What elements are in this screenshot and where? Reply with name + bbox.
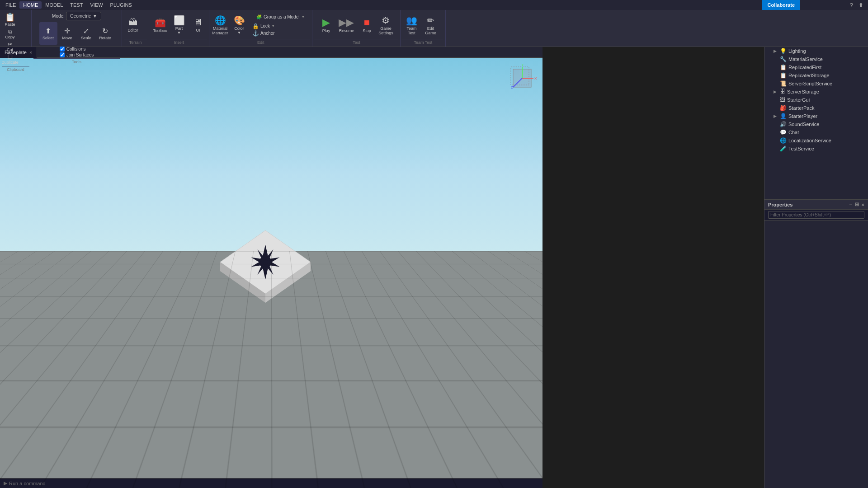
terrain-label: Terrain <box>124 39 147 45</box>
starterplayer-arrow: ▶ <box>774 114 778 118</box>
starterplayer-label: StarterPlayer <box>788 113 817 119</box>
toolbar: 📋 Paste ⧉ Copy ✂ Cut ❑ Duplicate <box>0 10 868 47</box>
copy-button[interactable]: ⧉ Copy <box>2 28 18 40</box>
tools-label: Tools <box>33 58 120 64</box>
game-settings-button[interactable]: ⚙ GameSettings <box>377 14 395 36</box>
explorer-serverstorage[interactable]: ▶ 🗄 ServerStorage <box>764 88 868 96</box>
join-surfaces-checkbox-row[interactable]: Join Surfaces <box>60 52 94 57</box>
startergui-icon: 🖼 <box>780 97 785 103</box>
rotate-button[interactable]: ↻ Rotate <box>96 22 114 45</box>
command-input[interactable] <box>9 481 145 486</box>
axis-indicator: X Y Z <box>506 62 538 94</box>
collaborate-button[interactable]: Collaborate <box>762 0 800 10</box>
clipboard-label: Clipboard <box>2 66 29 72</box>
edit-game-button[interactable]: ✏ EditGame <box>421 14 439 36</box>
menu-home[interactable]: HOME <box>19 1 42 9</box>
explorer-materialservice[interactable]: 🔧 MaterialService <box>764 55 868 63</box>
play-button[interactable]: ▶ Play <box>318 15 334 34</box>
starterpack-label: StarterPack <box>788 105 814 111</box>
team-test-button[interactable]: 👥 TeamTest <box>402 14 420 36</box>
explorer-starterpack[interactable]: 🎒 StarterPack <box>764 104 868 112</box>
join-surfaces-checkbox[interactable] <box>60 52 65 57</box>
terrain-editor-button[interactable]: 🏔 Editor <box>124 14 142 36</box>
serverstorage-arrow: ▶ <box>774 89 778 94</box>
serverstorage-label: ServerStorage <box>787 89 819 94</box>
explorer-testservice[interactable]: 🧪 TestService <box>764 145 868 153</box>
serverscriptservice-icon: 📜 <box>780 80 787 87</box>
explorer-chat[interactable]: 💬 Chat <box>764 128 868 136</box>
test-section: ▶ Play ▶▶ Resume ■ Stop ⚙ GameSettings T… <box>312 10 401 47</box>
collisions-checkbox-row[interactable]: Collisions <box>60 47 94 52</box>
materialservice-label: MaterialService <box>788 56 823 62</box>
svg-text:X: X <box>534 76 537 80</box>
viewport[interactable]: X Y Z <box>0 58 542 488</box>
lighting-label: Lighting <box>788 48 806 54</box>
menu-model[interactable]: MODEL <box>42 1 66 9</box>
explorer-serverscriptservice[interactable]: 📜 ServerScriptService <box>764 80 868 88</box>
toolbox-button[interactable]: 🧰 Toolbox <box>151 14 169 36</box>
duplicate-button[interactable]: ❑ Duplicate <box>2 53 18 65</box>
terrain-section: 🏔 Editor Terrain <box>122 10 149 47</box>
explorer-lighting[interactable]: ▶ 💡 Lighting <box>764 47 868 55</box>
anchor-button[interactable]: ⚓ Anchor <box>251 30 310 37</box>
tools-section: Mode: Geometric ▼ ⬆ Select ✛ Move <box>32 10 122 47</box>
testservice-label: TestService <box>788 146 814 151</box>
baseplate-svg <box>207 221 324 312</box>
test-label: Test <box>314 39 398 45</box>
explorer-replicatedfirst[interactable]: 📋 ReplicatedFirst <box>764 63 868 71</box>
explorer-replicatedstorage[interactable]: 📋 ReplicatedStorage <box>764 71 868 80</box>
explorer-starterplayer[interactable]: ▶ 👤 StarterPlayer <box>764 112 868 120</box>
tab-close-button[interactable]: × <box>29 50 32 55</box>
team-test-label: Team Test <box>402 39 443 45</box>
chat-icon: 💬 <box>780 129 787 136</box>
menu-file[interactable]: FILE <box>2 1 19 9</box>
clipboard-section: 📋 Paste ⧉ Copy ✂ Cut ❑ Duplicate <box>0 10 32 47</box>
color-button[interactable]: 🎨 Color ▼ <box>230 14 248 36</box>
command-bar: ▶ <box>0 478 542 488</box>
command-prompt-icon: ▶ <box>4 480 7 486</box>
menu-bar: FILE HOME MODEL TEST VIEW PLUGINS Collab… <box>0 0 868 10</box>
testservice-icon: 🧪 <box>780 145 787 152</box>
help-icon[interactable]: ? <box>847 2 856 9</box>
materialservice-icon: 🔧 <box>780 56 787 62</box>
collisions-checkbox[interactable] <box>60 47 65 52</box>
paste-button[interactable]: 📋 Paste <box>2 12 18 27</box>
resume-button[interactable]: ▶▶ Resume <box>336 15 357 34</box>
ui-button[interactable]: 🖥 UI <box>189 14 207 36</box>
material-manager-button[interactable]: 🌐 MaterialManager <box>211 14 229 36</box>
share-icon[interactable]: ⬆ <box>856 2 866 9</box>
menu-view[interactable]: VIEW <box>86 1 106 9</box>
explorer-soundservice[interactable]: 🔊 SoundService <box>764 120 868 128</box>
replicatedstorage-icon: 📋 <box>780 72 787 79</box>
localizationservice-icon: 🌐 <box>780 137 787 144</box>
cut-button[interactable]: ✂ Cut <box>2 41 18 52</box>
serverstorage-icon: 🗄 <box>780 89 785 95</box>
menu-test[interactable]: TEST <box>66 1 86 9</box>
replicatedfirst-label: ReplicatedFirst <box>788 65 821 70</box>
group-model-area: 🧩 Group as a Model ▼ <box>251 13 310 21</box>
properties-detach-icon[interactable]: ⊞ <box>855 202 859 207</box>
explorer-startergui[interactable]: 🖼 StarterGui <box>764 96 868 104</box>
starterplayer-icon: 👤 <box>780 113 787 119</box>
properties-panel: Properties − ⊞ × <box>764 200 868 488</box>
properties-close-icon[interactable]: × <box>862 202 864 207</box>
stop-button[interactable]: ■ Stop <box>359 15 375 34</box>
insert-section: 🧰 Toolbox ⬜ Part ▼ 🖥 UI Insert <box>149 10 209 47</box>
properties-filter-input[interactable] <box>768 211 864 219</box>
menu-plugins[interactable]: PLUGINS <box>107 1 136 9</box>
move-button[interactable]: ✛ Move <box>58 22 76 45</box>
explorer-localizationservice[interactable]: 🌐 LocalizationService <box>764 136 868 145</box>
group-as-model-button[interactable]: 🧩 Group as a Model ▼ <box>255 14 307 20</box>
scale-button[interactable]: ⤢ Scale <box>77 22 95 45</box>
properties-collapse-icon[interactable]: − <box>849 202 852 207</box>
select-button[interactable]: ⬆ Select <box>39 22 57 45</box>
replicatedstorage-label: ReplicatedStorage <box>788 73 830 78</box>
part-button[interactable]: ⬜ Part ▼ <box>170 14 188 36</box>
lock-button[interactable]: 🔒 Lock ▼ <box>251 23 310 30</box>
svg-text:Y: Y <box>521 63 524 67</box>
mode-selector[interactable]: Geometric ▼ <box>66 12 101 20</box>
properties-title: Properties <box>768 202 793 207</box>
baseplate-object <box>207 221 324 312</box>
soundservice-label: SoundService <box>788 122 820 127</box>
soundservice-icon: 🔊 <box>780 121 787 127</box>
